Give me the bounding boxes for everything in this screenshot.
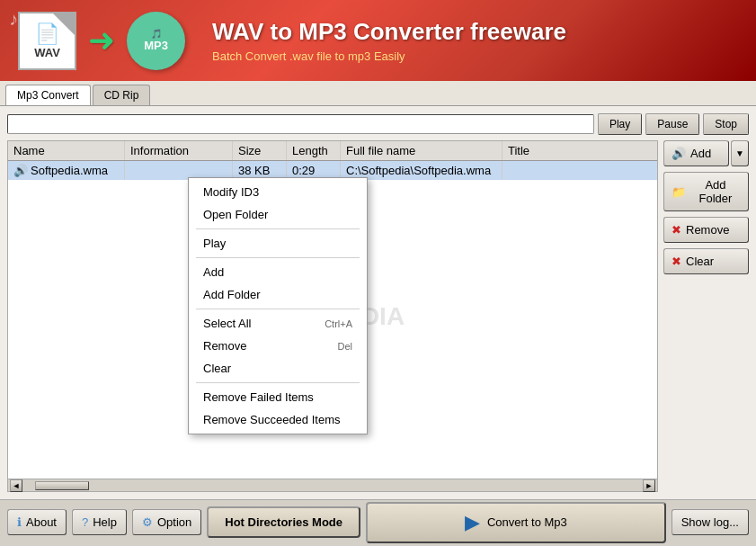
- tabs-bar: Mp3 Convert CD Rip: [0, 81, 756, 106]
- cell-title: [503, 161, 657, 180]
- bottom-bar: ℹ About ? Help ⚙ Option Hot Directories …: [0, 499, 756, 544]
- gear-icon: ⚙: [142, 515, 153, 529]
- file-list-container: Name Information Size Length Full file n…: [7, 140, 749, 492]
- ctx-open-folder[interactable]: Open Folder: [189, 203, 367, 226]
- add-folder-button[interactable]: 📁 Add Folder: [663, 172, 749, 211]
- help-icon: ?: [82, 515, 88, 529]
- clear-icon: ✖: [672, 255, 681, 268]
- table-header: Name Information Size Length Full file n…: [8, 141, 657, 161]
- ctx-play[interactable]: Play: [189, 232, 367, 255]
- scroll-left-btn[interactable]: ◄: [10, 479, 22, 492]
- pause-button[interactable]: Pause: [645, 113, 699, 135]
- ctx-remove[interactable]: Remove Del: [189, 335, 367, 357]
- show-log-button[interactable]: Show log...: [672, 509, 749, 535]
- audio-icon: 🔊: [13, 164, 28, 177]
- stop-button[interactable]: Stop: [703, 113, 749, 135]
- speaker-icon: 🔊: [672, 147, 686, 160]
- ctx-sep-2: [196, 257, 360, 258]
- remove-button[interactable]: ✖ Remove: [663, 217, 749, 243]
- tab-cdrip[interactable]: CD Rip: [93, 85, 151, 105]
- app-title: WAV to MP3 Converter freeware: [212, 18, 566, 46]
- app-subtitle: Batch Convert .wav file to mp3 Easily: [212, 49, 566, 63]
- col-header-size: Size: [233, 141, 287, 160]
- right-buttons-panel: 🔊 Add ▼ 📁 Add Folder ✖ Remove ✖ Clear: [663, 140, 749, 492]
- info-icon: ℹ: [17, 515, 22, 529]
- ctx-sep-4: [196, 382, 360, 383]
- add-btn-row: 🔊 Add ▼: [663, 140, 749, 166]
- add-dropdown-button[interactable]: ▼: [731, 140, 749, 166]
- add-button[interactable]: 🔊 Add: [663, 140, 729, 166]
- ctx-add[interactable]: Add: [189, 261, 367, 283]
- hot-directories-button[interactable]: Hot Directories Mode: [207, 506, 360, 538]
- arrow-icon: ➜: [88, 22, 115, 59]
- about-button[interactable]: ℹ About: [7, 509, 67, 535]
- header-text: WAV to MP3 Converter freeware Batch Conv…: [212, 18, 566, 63]
- ctx-sep-1: [196, 228, 360, 229]
- col-header-name: Name: [8, 141, 125, 160]
- ctx-sep-3: [196, 309, 360, 309]
- app-header: ♪♫ 📄 WAV ➜ 🎵 MP3 WAV to MP3 Converter fr…: [0, 0, 756, 81]
- help-button[interactable]: ? Help: [72, 509, 127, 535]
- col-header-info: Information: [125, 141, 233, 160]
- clear-button[interactable]: ✖ Clear: [663, 248, 749, 274]
- tab-mp3convert[interactable]: Mp3 Convert: [5, 85, 91, 105]
- ctx-add-folder[interactable]: Add Folder: [189, 283, 367, 306]
- wav-box: 📄 WAV: [18, 12, 76, 70]
- col-header-length: Length: [287, 141, 341, 160]
- remove-icon: ✖: [672, 223, 681, 237]
- play-button[interactable]: Play: [598, 113, 642, 135]
- ctx-remove-failed[interactable]: Remove Failed Items: [189, 386, 367, 408]
- convert-button[interactable]: ▶ Convert to Mp3: [366, 502, 666, 543]
- cell-name: 🔊 Softpedia.wma: [8, 161, 125, 180]
- header-logo: 📄 WAV ➜ 🎵 MP3: [18, 12, 185, 70]
- context-menu: Modify ID3 Open Folder Play Add Add Fold…: [188, 177, 368, 434]
- mp3-box: 🎵 MP3: [127, 12, 185, 70]
- control-bar: Play Pause Stop: [7, 113, 749, 135]
- folder-add-icon: 📁: [672, 185, 686, 199]
- play-arrow-icon: ▶: [465, 511, 480, 534]
- option-button[interactable]: ⚙ Option: [132, 509, 201, 535]
- ctx-clear[interactable]: Clear: [189, 357, 367, 380]
- file-list-panel: Name Information Size Length Full file n…: [7, 140, 658, 492]
- col-header-title: Title: [503, 141, 657, 160]
- wav-label: WAV: [34, 46, 60, 59]
- col-header-fullname: Full file name: [341, 141, 503, 160]
- scroll-thumb[interactable]: [35, 481, 89, 490]
- ctx-modify-id3[interactable]: Modify ID3: [189, 181, 367, 203]
- main-content: Play Pause Stop Name Information Size Le…: [0, 106, 756, 499]
- progress-bar: [7, 114, 594, 134]
- horizontal-scrollbar[interactable]: ◄ ►: [8, 479, 657, 491]
- ctx-select-all[interactable]: Select All Ctrl+A: [189, 312, 367, 335]
- scroll-right-btn[interactable]: ►: [643, 479, 655, 492]
- mp3-label: MP3: [144, 39, 168, 52]
- ctx-remove-succeeded[interactable]: Remove Succeeded Items: [189, 408, 367, 431]
